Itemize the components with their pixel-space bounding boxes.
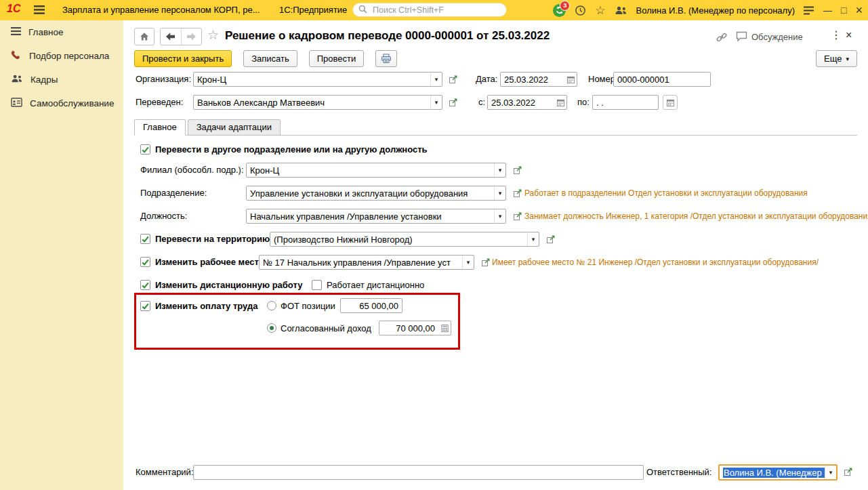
responsible-label: Ответственный: [646, 465, 711, 480]
remote-checkbox-label[interactable]: Изменить дистанционную работу [155, 278, 302, 293]
sidebar-item-selfservice[interactable]: Самообслуживание [0, 91, 123, 115]
workplace-open-button[interactable] [479, 256, 491, 268]
post-button[interactable]: Провести [309, 50, 365, 67]
pay-checkbox-label[interactable]: Изменить оплату труда [155, 299, 257, 314]
territory-field[interactable]: (Производство Нижний Новгород) ▾ [270, 232, 539, 247]
search-icon [358, 5, 367, 16]
organization-field[interactable]: Крон-Ц ▾ [193, 72, 442, 87]
platform-title: 1С:Предприятие [279, 5, 347, 15]
comment-input[interactable] [193, 465, 644, 480]
workplace-checkbox[interactable] [140, 257, 150, 267]
transfer-checkbox[interactable] [140, 144, 150, 155]
discussion-label[interactable]: Обсуждение [751, 32, 803, 42]
number-field[interactable]: 0000-000001 [613, 72, 711, 87]
workplace-checkbox-label[interactable]: Изменить рабочее место [155, 255, 264, 270]
to-date-calendar-button[interactable] [663, 95, 678, 110]
responsible-field[interactable]: Волина И.В. (Менеджер п ▾ [718, 464, 838, 481]
workplace-dropdown-icon[interactable]: ▾ [462, 256, 474, 269]
form-close-button[interactable]: × [846, 30, 852, 41]
number-value: 0000-000001 [614, 75, 710, 85]
top-bar: 1С Зарплата и управление персоналом КОРП… [0, 0, 868, 21]
write-button[interactable]: Записать [243, 50, 297, 67]
calendar-icon[interactable] [564, 73, 577, 86]
pay-agreed-amount-field[interactable]: 70 000,00 [379, 321, 451, 335]
tab-adaptation-tasks[interactable]: Задачи адаптации [188, 119, 281, 136]
calculator-icon[interactable] [438, 321, 451, 335]
maximize-button[interactable]: □ [841, 5, 846, 15]
territory-value: (Производство Нижний Новгород) [270, 234, 527, 245]
phone-icon [11, 49, 22, 62]
tab-strip: Главное Задачи адаптации [134, 119, 857, 136]
discussion-icon[interactable] [736, 31, 747, 42]
sidebar-item-label: Главное [28, 27, 64, 37]
employee-label: Переведен: [136, 95, 183, 110]
from-date-field[interactable]: 25.03.2022 [487, 95, 567, 110]
search-input[interactable] [371, 5, 501, 16]
works-remotely-label[interactable]: Работает дистанционно [327, 278, 424, 293]
organization-open-button[interactable] [447, 73, 459, 85]
to-date-field[interactable]: . . [592, 95, 659, 110]
global-search[interactable] [352, 3, 507, 17]
current-user[interactable]: Волина И.В. (Менеджер по персоналу) [636, 5, 795, 16]
from-label: с: [478, 95, 485, 110]
branch-dropdown-icon[interactable]: ▾ [494, 163, 505, 177]
territory-dropdown-icon[interactable]: ▾ [527, 232, 539, 246]
pay-option-fot-label[interactable]: ФОТ позиции [281, 299, 335, 314]
organization-value: Крон-Ц [194, 75, 430, 85]
works-remotely-checkbox[interactable] [312, 280, 322, 290]
position-field[interactable]: Начальник управления /Управление установ… [246, 209, 506, 224]
responsible-dropdown-icon[interactable]: ▾ [825, 466, 836, 479]
minimize-button[interactable]: — [823, 6, 832, 15]
history-icon[interactable] [575, 5, 586, 16]
pay-fot-amount-field[interactable]: 65 000,00 [340, 298, 402, 313]
back-button[interactable] [161, 28, 182, 45]
employee-field[interactable]: Ваньков Александр Матвеевич ▾ [193, 95, 442, 110]
department-hint: Работает в подразделении Отдел установки… [524, 186, 808, 201]
branch-open-button[interactable] [511, 164, 523, 176]
more-menu-icon[interactable]: ⋮ [831, 30, 842, 41]
link-icon[interactable] [716, 31, 728, 43]
discussions-people-icon[interactable] [615, 5, 627, 16]
position-open-button[interactable] [511, 210, 523, 222]
sidebar-item-recruiting[interactable]: Подбор персонала [0, 44, 123, 68]
employee-open-button[interactable] [447, 96, 459, 108]
favorites-star-icon[interactable]: ☆ [595, 5, 605, 16]
workplace-field[interactable]: № 17 Начальник управления /Управление ус… [259, 255, 474, 270]
territory-checkbox[interactable] [140, 234, 150, 244]
pay-option-agreed-radio[interactable] [267, 323, 276, 333]
department-field[interactable]: Управление установки и эксплуатации обор… [246, 186, 506, 201]
main-menu-icon[interactable] [34, 5, 45, 16]
pay-option-agreed-label[interactable]: Согласованный доход [281, 321, 371, 336]
organization-label: Организация: [136, 72, 191, 87]
tab-main[interactable]: Главное [134, 119, 186, 136]
responsible-open-button[interactable] [842, 466, 854, 478]
service-menu-icon[interactable] [804, 6, 814, 15]
department-open-button[interactable] [511, 187, 523, 199]
department-dropdown-icon[interactable]: ▾ [494, 186, 505, 200]
sidebar-item-main[interactable]: Главное [0, 20, 123, 44]
calendar-icon[interactable] [554, 96, 566, 109]
forward-button[interactable] [182, 28, 202, 45]
people-icon [11, 74, 23, 85]
updates-icon[interactable]: 3 [553, 4, 566, 17]
branch-field[interactable]: Крон-Ц ▾ [246, 163, 506, 178]
home-button[interactable] [134, 28, 154, 45]
favorite-doc-star-icon[interactable]: ☆ [207, 28, 219, 41]
organization-dropdown-icon[interactable]: ▾ [430, 73, 442, 86]
pay-option-fot-radio[interactable] [267, 301, 276, 310]
more-actions-button[interactable]: Еще ▾ [816, 50, 857, 67]
sidebar-item-staff[interactable]: Кадры [0, 68, 123, 91]
date-field[interactable]: 25.03.2022 [500, 72, 577, 87]
from-date-value: 25.03.2022 [488, 98, 554, 108]
territory-checkbox-label[interactable]: Перевести на территорию [155, 232, 270, 247]
post-and-close-button[interactable]: Провести и закрыть [134, 50, 232, 67]
position-dropdown-icon[interactable]: ▾ [494, 209, 505, 223]
employee-dropdown-icon[interactable]: ▾ [430, 96, 442, 109]
transfer-checkbox-label[interactable]: Перевести в другое подразделение или на … [155, 142, 428, 157]
remote-checkbox[interactable] [140, 280, 150, 290]
territory-open-button[interactable] [544, 233, 556, 245]
app-title: Зарплата и управление персоналом КОРП, р… [62, 5, 260, 15]
pay-checkbox[interactable] [140, 301, 150, 311]
window-close-button[interactable]: × [855, 4, 863, 16]
print-button[interactable] [375, 50, 397, 67]
